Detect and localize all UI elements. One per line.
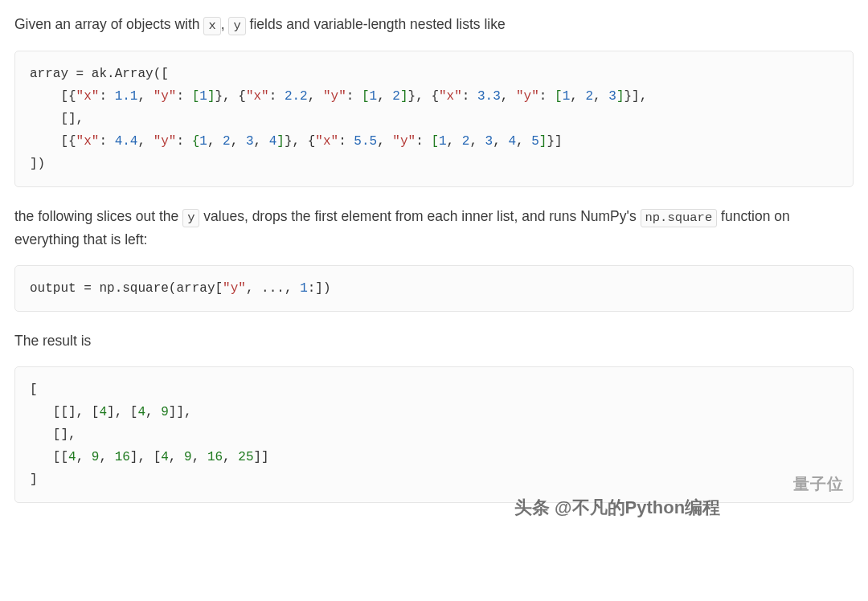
code-block-result: [ [[], [4], [4, 9]], [], [[4, 9, 16], [4… xyxy=(14,366,854,503)
inline-code-y: y xyxy=(228,17,245,35)
code-block-square: output = np.square(array["y", ..., 1:]) xyxy=(14,265,854,312)
code-block-array-def: array = ak.Array([ [{"x": 1.1, "y": [1]}… xyxy=(14,51,854,187)
intro-paragraph: Given an array of objects with x, y fiel… xyxy=(14,13,854,36)
inline-code-y2: y xyxy=(182,209,199,227)
text: the following slices out the xyxy=(14,208,182,224)
text: Given an array of objects with xyxy=(14,16,203,32)
inline-code-x: x xyxy=(203,17,220,35)
watermark-primary: 头条 @不凡的Python编程 xyxy=(514,493,720,521)
result-paragraph: The result is xyxy=(14,329,854,352)
watermark-secondary: 量子位 xyxy=(793,471,844,497)
inline-code-npsquare: np.square xyxy=(641,209,718,227)
middle-paragraph: the following slices out the y values, d… xyxy=(14,205,854,251)
text: fields and variable-length nested lists … xyxy=(246,16,506,32)
text: , xyxy=(221,16,229,32)
text: values, drops the first element from eac… xyxy=(199,208,640,224)
